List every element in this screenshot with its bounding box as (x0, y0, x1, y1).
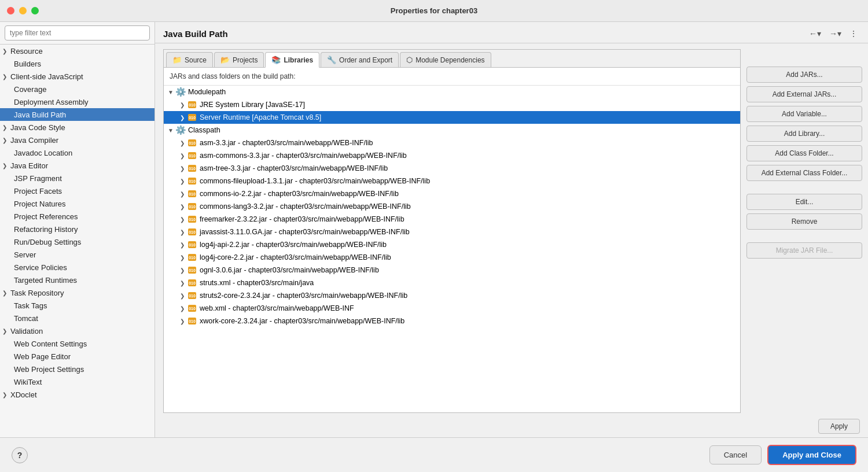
right-btn-edit[interactable]: Edit... (746, 194, 862, 210)
tree-node-asm-tree-3.3[interactable]: ❯ 010 asm-tree-3.3.jar - chapter03/src/m… (164, 162, 740, 175)
sidebar-item-server[interactable]: Server (0, 248, 155, 261)
tree-node-web-xml[interactable]: ❯ 010 web.xml - chapter03/src/main/webap… (164, 302, 740, 315)
right-btn-add-external-jars[interactable]: Add External JARs... (746, 86, 862, 102)
sidebar-list: ❯Resource Builders❯Client-side JavaScrip… (0, 45, 155, 437)
sidebar-item-targeted-runtimes[interactable]: Targeted Runtimes (0, 274, 155, 286)
tab-label-order-export: Order and Export (339, 56, 392, 64)
tree-node-label: freemarker-2.3.22.jar - chapter03/src/ma… (200, 215, 738, 223)
tree-node-log4j-api-2.2[interactable]: ❯ 010 log4j-api-2.2.jar - chapter03/src/… (164, 238, 740, 251)
close-button[interactable] (7, 7, 14, 14)
sidebar-item-client-js[interactable]: ❯Client-side JavaScript (0, 70, 155, 83)
tree-node-javassist-3.11.0.GA[interactable]: ❯ 010 javassist-3.11.0.GA.jar - chapter0… (164, 226, 740, 238)
tab-icon-libraries: 📚 (271, 56, 281, 64)
sidebar-item-web-page-editor[interactable]: Web Page Editor (0, 350, 155, 363)
tree-node-xwork-core-2.3.24[interactable]: ❯ 010 xwork-core-2.3.24.jar - chapter03/… (164, 315, 740, 327)
sidebar-item-java-compiler[interactable]: ❯Java Compiler (0, 134, 155, 146)
minimize-button[interactable] (19, 7, 27, 14)
svg-text:010: 010 (189, 307, 196, 311)
sidebar-item-project-natures[interactable]: Project Natures (0, 197, 155, 210)
apply-close-button[interactable]: Apply and Close (767, 445, 856, 465)
sidebar-item-web-content-settings[interactable]: Web Content Settings (0, 337, 155, 350)
node-chevron: ❯ (178, 305, 187, 312)
sidebar-item-xdoclet[interactable]: ❯XDoclet (0, 388, 155, 401)
tab-libraries[interactable]: 📚Libraries (265, 52, 319, 68)
sidebar-item-wikitext[interactable]: WikiText (0, 375, 155, 388)
sidebar-item-deployment-assembly[interactable]: Deployment Assembly (0, 95, 155, 108)
node-chevron: ❯ (178, 267, 187, 274)
button-spacer (746, 233, 862, 239)
tree-node-label: commons-fileupload-1.3.1.jar - chapter03… (200, 177, 738, 185)
sidebar-item-task-repository[interactable]: ❯Task Repository (0, 286, 155, 299)
sidebar-item-service-policies[interactable]: Service Policies (0, 261, 155, 274)
node-chevron: ❯ (178, 102, 187, 108)
right-btn-migrate-jar[interactable]: Migrate JAR File... (746, 242, 862, 259)
sidebar-item-java-build-path[interactable]: Java Build Path (0, 108, 155, 121)
right-btn-add-external-class-folder[interactable]: Add External Class Folder... (746, 165, 862, 181)
tree-node-server-runtime[interactable]: ❯ 010 Server Runtime [Apache Tomcat v8.5… (164, 111, 740, 124)
tree-node-log4j-core-2.2[interactable]: ❯ 010 log4j-core-2.2.jar - chapter03/src… (164, 251, 740, 264)
right-btn-remove[interactable]: Remove (746, 213, 862, 230)
tree-node-classpath[interactable]: ▼ ⚙️ Classpath (164, 124, 740, 137)
tree-node-label: Classpath (188, 126, 738, 134)
tree-node-struts2-core-2.3.24[interactable]: ❯ 010 struts2-core-2.3.24.jar - chapter0… (164, 289, 740, 302)
tree-node-asm-commons-3.3[interactable]: ❯ 010 asm-commons-3.3.jar - chapter03/sr… (164, 149, 740, 162)
filter-input[interactable] (5, 25, 150, 40)
forward-button[interactable]: →▾ (827, 28, 844, 39)
cancel-button[interactable]: Cancel (709, 445, 762, 464)
expand-icon (6, 175, 14, 182)
tree-node-commons-lang3-3.2[interactable]: ❯ 010 commons-lang3-3.2.jar - chapter03/… (164, 200, 740, 213)
content-header: Java Build Path ←▾ →▾ ⋮ (155, 22, 868, 43)
sidebar-item-project-references[interactable]: Project References (0, 210, 155, 223)
tab-module-dependencies[interactable]: ⬡Module Dependencies (400, 52, 491, 67)
sidebar-item-label: Java Editor (10, 161, 150, 170)
sidebar-item-label: Targeted Runtimes (14, 276, 150, 285)
sidebar-item-java-editor[interactable]: ❯Java Editor (0, 159, 155, 172)
expand-icon (6, 226, 14, 233)
tree-node-commons-io-2.2[interactable]: ❯ 010 commons-io-2.2.jar - chapter03/src… (164, 187, 740, 200)
right-btn-add-variable[interactable]: Add Variable... (746, 106, 862, 122)
tree-node-modulepath[interactable]: ▼ ⚙️ Modulepath (164, 86, 740, 98)
sidebar-item-validation[interactable]: ❯Validation (0, 325, 155, 337)
sidebar-filter-area (0, 22, 155, 45)
sidebar-item-web-project-settings[interactable]: Web Project Settings (0, 363, 155, 375)
tree-node-asm-3.3[interactable]: ❯ 010 asm-3.3.jar - chapter03/src/main/w… (164, 137, 740, 149)
sidebar-item-jsp-fragment[interactable]: JSP Fragment (0, 172, 155, 185)
back-button[interactable]: ←▾ (807, 28, 823, 39)
svg-text:010: 010 (189, 192, 196, 196)
tree-node-jre-system[interactable]: ❯ 010 JRE System Library [JavaSE-17] (164, 98, 740, 111)
sidebar-item-tomcat[interactable]: Tomcat (0, 312, 155, 325)
right-btn-add-jars[interactable]: Add JARs... (746, 67, 862, 83)
help-button[interactable]: ? (12, 447, 28, 463)
sidebar-item-run-debug-settings[interactable]: Run/Debug Settings (0, 235, 155, 248)
tab-source[interactable]: 📁Source (166, 52, 213, 67)
sidebar-item-java-code-style[interactable]: ❯Java Code Style (0, 121, 155, 134)
sidebar-item-project-facets[interactable]: Project Facets (0, 185, 155, 197)
sidebar-item-javadoc-location[interactable]: Javadoc Location (0, 146, 155, 159)
tree-node-commons-fileupload-1.3.1[interactable]: ❯ 010 commons-fileupload-1.3.1.jar - cha… (164, 175, 740, 187)
tree-node-freemarker-2.3.22[interactable]: ❯ 010 freemarker-2.3.22.jar - chapter03/… (164, 213, 740, 226)
tab-projects[interactable]: 📂Projects (214, 52, 264, 67)
jar-icon: 010 (187, 100, 197, 109)
sidebar-item-resource[interactable]: ❯Resource (0, 45, 155, 57)
sidebar-item-task-tags[interactable]: Task Tags (0, 299, 155, 312)
tree-node-struts-xml[interactable]: ❯ 010 struts.xml - chapter03/src/main/ja… (164, 276, 740, 289)
maximize-button[interactable] (31, 7, 39, 14)
tab-icon-module-dependencies: ⬡ (406, 56, 413, 64)
sidebar-item-refactoring-history[interactable]: Refactoring History (0, 223, 155, 235)
tab-order-export[interactable]: 🔧Order and Export (321, 52, 399, 67)
tree-node-ognl-3.0.6[interactable]: ❯ 010 ognl-3.0.6.jar - chapter03/src/mai… (164, 264, 740, 276)
node-chevron: ❯ (178, 204, 187, 210)
sidebar-item-coverage[interactable]: Coverage (0, 83, 155, 95)
tree-node-label: javassist-3.11.0.GA.jar - chapter03/src/… (200, 228, 738, 236)
svg-text:010: 010 (189, 294, 196, 298)
expand-icon: ❯ (2, 163, 10, 169)
apply-button[interactable]: Apply (818, 419, 860, 434)
right-btn-add-library[interactable]: Add Library... (746, 126, 862, 142)
sidebar-item-builders[interactable]: Builders (0, 57, 155, 70)
jar-icon: 010 (187, 253, 197, 262)
tree-scroll[interactable]: ▼ ⚙️ Modulepath ❯ 010 JRE System Library… (164, 86, 740, 412)
menu-button[interactable]: ⋮ (847, 28, 860, 39)
right-btn-add-class-folder[interactable]: Add Class Folder... (746, 145, 862, 161)
expand-icon (6, 353, 14, 360)
expand-icon (6, 99, 14, 105)
